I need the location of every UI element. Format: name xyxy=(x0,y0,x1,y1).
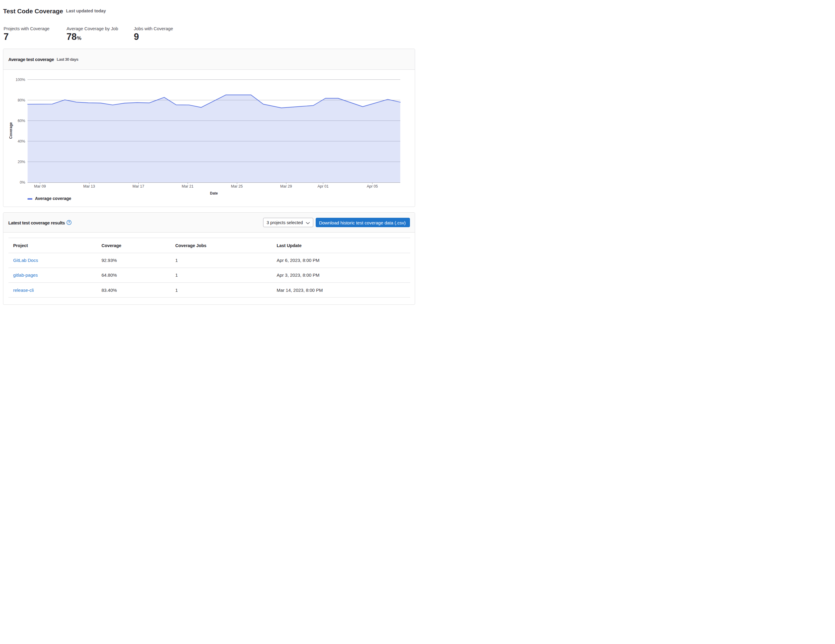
svg-text:Mar 17: Mar 17 xyxy=(133,184,145,188)
svg-text:20%: 20% xyxy=(18,160,25,164)
svg-text:?: ? xyxy=(68,221,70,224)
svg-text:60%: 60% xyxy=(18,119,25,123)
svg-text:Mar 21: Mar 21 xyxy=(182,184,193,188)
svg-text:40%: 40% xyxy=(18,139,25,143)
svg-text:0%: 0% xyxy=(19,180,25,185)
svg-text:Date: Date xyxy=(210,191,218,195)
svg-text:Apr 01: Apr 01 xyxy=(317,184,329,188)
svg-text:Mar 09: Mar 09 xyxy=(34,184,46,188)
svg-text:Mar 29: Mar 29 xyxy=(280,184,292,188)
svg-text:Mar 25: Mar 25 xyxy=(231,184,243,188)
svg-text:Mar 13: Mar 13 xyxy=(83,184,95,188)
svg-text:80%: 80% xyxy=(18,98,25,102)
svg-text:Coverage: Coverage xyxy=(9,122,13,139)
svg-text:Apr 05: Apr 05 xyxy=(367,184,378,188)
svg-text:100%: 100% xyxy=(16,78,25,82)
